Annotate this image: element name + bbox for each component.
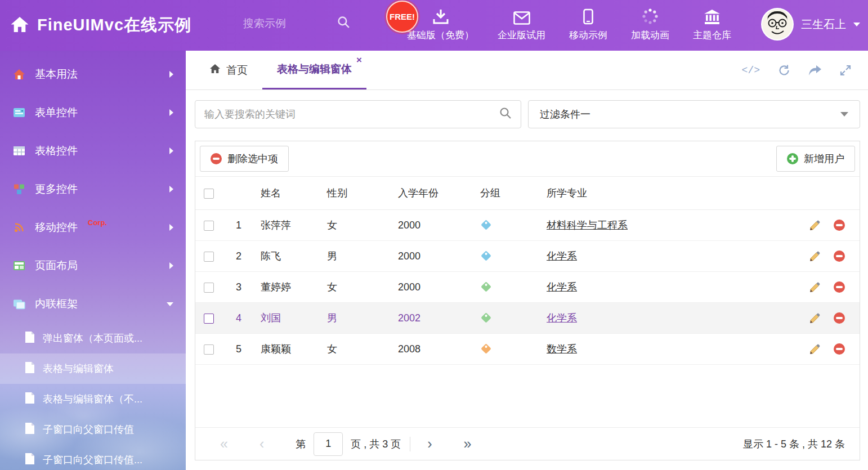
cell-year: 2008	[392, 334, 475, 365]
row-checkbox[interactable]	[204, 344, 214, 355]
chevron-down-icon	[840, 112, 848, 117]
nav-item-mobile-demo[interactable]: 移动示例	[557, 7, 619, 42]
file-icon	[25, 361, 35, 377]
major-link[interactable]: 化学系	[547, 250, 577, 262]
sidebar-item-mobile-controls[interactable]: 移动控件 Corp.	[0, 208, 186, 247]
row-checkbox[interactable]	[204, 252, 214, 262]
edit-pencil-icon[interactable]	[809, 220, 821, 231]
select-all-checkbox[interactable]	[204, 189, 214, 199]
delete-row-button[interactable]	[834, 343, 845, 355]
cell-year: 2002	[392, 303, 475, 334]
keyword-search-input[interactable]	[204, 109, 494, 120]
add-user-button[interactable]: 新增用户	[776, 146, 855, 172]
sidebar-subitem-label: 弹出窗体（本页面或...	[43, 332, 142, 345]
avatar	[761, 8, 794, 41]
sidebar-item-label: 基本用法	[35, 67, 78, 82]
filter-dropdown-value: 过滤条件一	[540, 108, 590, 121]
row-checkbox[interactable]	[204, 283, 214, 293]
file-icon	[25, 422, 35, 437]
spinner-icon	[642, 7, 659, 25]
sidebar-item-basic-usage[interactable]: 基本用法	[0, 55, 186, 93]
cell-gender: 男	[321, 241, 392, 272]
nav-item-enterprise-trial[interactable]: 企业版试用	[486, 7, 557, 42]
sidebar-subitem-label: 表格与编辑窗体（不...	[43, 392, 142, 406]
first-page-button[interactable]: «	[220, 437, 228, 451]
tab-home[interactable]: 首页	[195, 51, 262, 89]
row-number: 3	[222, 272, 255, 303]
top-search	[243, 16, 350, 31]
sidebar-item-iframe[interactable]: 内联框架	[0, 285, 186, 323]
chevron-right-icon	[169, 186, 173, 193]
delete-selected-button[interactable]: 删除选中项	[200, 146, 289, 172]
code-icon[interactable]: </>	[742, 65, 760, 76]
col-header-group: 分组	[475, 177, 541, 210]
layout-icon	[12, 260, 26, 271]
filter-dropdown[interactable]: 过滤条件一	[528, 100, 860, 128]
chevron-down-icon	[167, 302, 173, 306]
edit-pencil-icon[interactable]	[809, 343, 821, 355]
cell-gender: 女	[321, 210, 392, 241]
row-checkbox[interactable]	[204, 221, 214, 231]
cell-name: 张萍萍	[255, 210, 321, 241]
edit-pencil-icon[interactable]	[809, 250, 821, 262]
delete-row-button[interactable]	[834, 220, 845, 231]
plus-circle-icon	[787, 153, 798, 164]
brand[interactable]: FineUIMvc在线示例	[10, 0, 191, 51]
close-icon[interactable]: ×	[356, 55, 362, 65]
filter-row: 过滤条件一	[195, 100, 860, 128]
chevron-right-icon	[169, 224, 173, 231]
major-link[interactable]: 材料科学与工程系	[547, 220, 628, 231]
edit-pencil-icon[interactable]	[809, 312, 821, 324]
pager-summary: 显示 1 - 5 条 , 共 12 条	[743, 437, 845, 451]
page-number-input[interactable]	[314, 432, 343, 456]
search-icon[interactable]	[337, 16, 350, 31]
nav-item-theme-store[interactable]: 主题仓库	[681, 7, 743, 42]
sidebar-item-grid-controls[interactable]: 表格控件	[0, 132, 186, 170]
delete-row-button[interactable]	[834, 312, 845, 324]
search-icon[interactable]	[499, 107, 512, 122]
free-badge: FREE!	[386, 1, 418, 33]
chevron-right-icon	[169, 109, 173, 116]
top-header: FineUIMvc在线示例 FREE! 基础版（免费） 企业版试用	[0, 0, 868, 51]
share-icon[interactable]	[808, 65, 822, 76]
row-checkbox[interactable]	[204, 314, 214, 324]
sidebar-subitem-popup-window[interactable]: 弹出窗体（本页面或...	[0, 323, 186, 353]
sidebar-subitem-label: 表格与编辑窗体	[43, 362, 114, 375]
cell-name: 刘国	[255, 303, 321, 334]
sidebar-item-page-layout[interactable]: 页面布局	[0, 247, 186, 285]
edit-pencil-icon[interactable]	[809, 281, 821, 293]
row-number: 5	[222, 334, 255, 365]
major-link[interactable]: 数学系	[547, 343, 577, 355]
row-number: 2	[222, 241, 255, 272]
tab-bar: 首页 表格与编辑窗体 × </>	[186, 51, 868, 90]
tab-grid-edit-window[interactable]: 表格与编辑窗体 ×	[262, 51, 366, 89]
cell-gender: 女	[321, 272, 392, 303]
sidebar-subitem-grid-edit-window-2[interactable]: 表格与编辑窗体（不...	[0, 384, 186, 414]
sidebar-subitem-child-to-parent[interactable]: 子窗口向父窗口传值	[0, 414, 186, 445]
sidebar-item-label: 内联框架	[35, 297, 78, 311]
file-icon	[25, 453, 35, 468]
house-icon	[12, 69, 26, 80]
sidebar-item-label: 移动控件	[35, 220, 78, 235]
sidebar-item-form-controls[interactable]: 表单控件	[0, 93, 186, 132]
major-link[interactable]: 化学系	[547, 312, 577, 324]
sidebar-subitem-grid-edit-window[interactable]: 表格与编辑窗体	[0, 353, 186, 384]
last-page-button[interactable]: »	[464, 437, 472, 451]
delete-row-button[interactable]	[834, 250, 845, 262]
major-link[interactable]: 化学系	[547, 281, 577, 293]
sidebar-item-more-controls[interactable]: 更多控件	[0, 170, 186, 208]
minus-circle-icon	[211, 153, 222, 164]
nav-item-loading-animation[interactable]: 加载动画	[619, 7, 681, 42]
prev-page-button[interactable]: ‹	[259, 437, 264, 451]
delete-row-button[interactable]	[834, 281, 845, 293]
sidebar-subitem-child-to-parent-2[interactable]: 子窗口向父窗口传值...	[0, 445, 186, 470]
top-search-input[interactable]	[243, 17, 325, 30]
refresh-icon[interactable]	[778, 65, 790, 76]
next-page-button[interactable]: ›	[427, 437, 432, 451]
nav-label: 基础版（免费）	[407, 29, 474, 42]
user-menu[interactable]: 三生石上	[761, 8, 860, 41]
cell-name: 董婷婷	[255, 272, 321, 303]
table-row-selected: 4 刘国 男 2002 化学系	[195, 303, 860, 334]
pagination-bar: « ‹ 第 页 , 共 3 页 › » 显示 1 - 5 条 , 共 12 条	[195, 427, 860, 460]
expand-icon[interactable]	[840, 65, 851, 76]
